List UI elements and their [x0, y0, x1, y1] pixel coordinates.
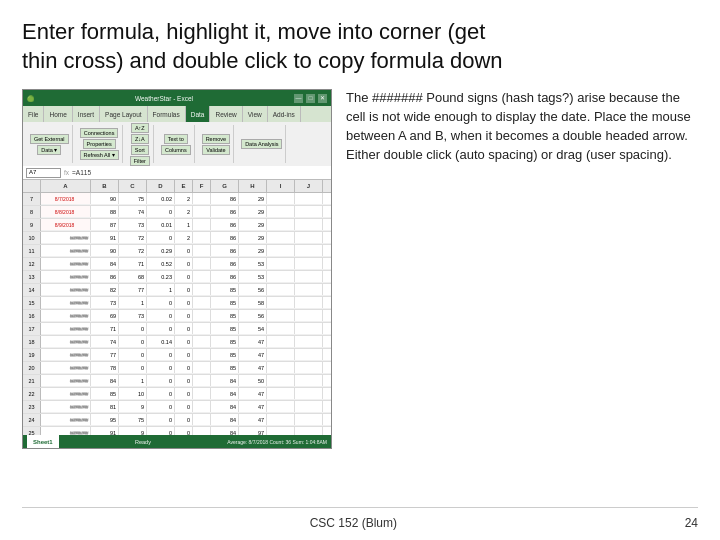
cell-c[interactable]: 10 [119, 388, 147, 399]
cell-k[interactable] [323, 310, 331, 321]
cell-f[interactable] [193, 388, 211, 399]
cell-a[interactable]: ######## [41, 284, 91, 295]
cell-j[interactable] [295, 336, 323, 347]
cell-h[interactable]: 50 [239, 375, 267, 386]
tab-formulas[interactable]: Formulas [148, 106, 186, 122]
cell-f[interactable] [193, 349, 211, 360]
cell-g[interactable]: 85 [211, 362, 239, 373]
cell-g[interactable]: 85 [211, 349, 239, 360]
cell-h[interactable]: 53 [239, 271, 267, 282]
cell-a[interactable]: ######## [41, 232, 91, 243]
cell-c[interactable]: 72 [119, 232, 147, 243]
cell-h[interactable]: 29 [239, 245, 267, 256]
cell-i[interactable] [267, 414, 295, 425]
cell-i[interactable] [267, 245, 295, 256]
cell-a[interactable]: ######## [41, 427, 91, 435]
cell-g[interactable]: 86 [211, 193, 239, 204]
cell-b[interactable]: 91 [91, 427, 119, 435]
analysis-btn[interactable]: Data Analysis [241, 139, 282, 149]
cell-c[interactable]: 74 [119, 206, 147, 217]
get-data-btn[interactable]: Data ▾ [37, 145, 61, 155]
cell-g[interactable]: 86 [211, 258, 239, 269]
cell-b[interactable]: 91 [91, 232, 119, 243]
cell-c[interactable]: 71 [119, 258, 147, 269]
cell-h[interactable]: 47 [239, 362, 267, 373]
cell-b[interactable]: 84 [91, 375, 119, 386]
cell-d[interactable]: 0 [147, 310, 175, 321]
cell-d[interactable]: 0 [147, 349, 175, 360]
sheet-tab[interactable]: Sheet1 [27, 435, 59, 448]
cell-e[interactable]: 1 [175, 219, 193, 230]
cell-k[interactable] [323, 401, 331, 412]
cell-g[interactable]: 85 [211, 336, 239, 347]
cell-i[interactable] [267, 401, 295, 412]
cell-c[interactable]: 77 [119, 284, 147, 295]
cell-a[interactable]: ######## [41, 362, 91, 373]
cell-d[interactable]: 0 [147, 375, 175, 386]
cell-i[interactable] [267, 284, 295, 295]
cell-j[interactable] [295, 375, 323, 386]
cell-k[interactable] [323, 323, 331, 334]
cell-g[interactable]: 84 [211, 401, 239, 412]
cell-d[interactable]: 0.02 [147, 193, 175, 204]
cell-i[interactable] [267, 375, 295, 386]
cell-b[interactable]: 84 [91, 258, 119, 269]
cell-e[interactable]: 2 [175, 206, 193, 217]
cell-k[interactable] [323, 336, 331, 347]
tab-insert[interactable]: Insert [73, 106, 100, 122]
filter-btn[interactable]: Filter [130, 156, 150, 166]
cell-j[interactable] [295, 323, 323, 334]
cell-e[interactable]: 0 [175, 297, 193, 308]
cell-f[interactable] [193, 258, 211, 269]
minimize-btn[interactable]: — [294, 94, 303, 103]
cell-f[interactable] [193, 297, 211, 308]
cell-c[interactable]: 0 [119, 336, 147, 347]
cell-h[interactable]: 47 [239, 401, 267, 412]
cell-f[interactable] [193, 284, 211, 295]
cell-e[interactable]: 2 [175, 193, 193, 204]
cell-c[interactable]: 0 [119, 349, 147, 360]
cell-b[interactable]: 88 [91, 206, 119, 217]
cell-f[interactable] [193, 362, 211, 373]
cell-f[interactable] [193, 336, 211, 347]
cell-k[interactable] [323, 245, 331, 256]
cell-h[interactable]: 47 [239, 336, 267, 347]
cell-c[interactable]: 73 [119, 310, 147, 321]
cell-c[interactable]: 9 [119, 427, 147, 435]
cell-d[interactable]: 0 [147, 427, 175, 435]
cell-e[interactable]: 0 [175, 401, 193, 412]
tab-home[interactable]: Home [44, 106, 72, 122]
cell-j[interactable] [295, 427, 323, 435]
cell-h[interactable]: 29 [239, 219, 267, 230]
cell-a[interactable]: ######## [41, 375, 91, 386]
remove-dup-btn[interactable]: Remove [202, 134, 230, 144]
cell-b[interactable]: 73 [91, 297, 119, 308]
cell-e[interactable]: 0 [175, 336, 193, 347]
cell-b[interactable]: 82 [91, 284, 119, 295]
cell-k[interactable] [323, 232, 331, 243]
cell-k[interactable] [323, 297, 331, 308]
cell-h[interactable]: 29 [239, 232, 267, 243]
cell-i[interactable] [267, 193, 295, 204]
cell-h[interactable]: 47 [239, 388, 267, 399]
cell-i[interactable] [267, 336, 295, 347]
cell-a[interactable]: ######## [41, 310, 91, 321]
cell-j[interactable] [295, 245, 323, 256]
validate-btn[interactable]: Validate [202, 145, 229, 155]
cell-h[interactable]: 97 [239, 427, 267, 435]
cell-d[interactable]: 0.29 [147, 245, 175, 256]
cell-f[interactable] [193, 232, 211, 243]
cell-k[interactable] [323, 206, 331, 217]
cell-f[interactable] [193, 375, 211, 386]
cell-k[interactable] [323, 219, 331, 230]
cell-j[interactable] [295, 284, 323, 295]
cell-c[interactable]: 0 [119, 323, 147, 334]
cell-g[interactable]: 85 [211, 297, 239, 308]
cell-g[interactable]: 86 [211, 245, 239, 256]
cell-d[interactable]: 0 [147, 232, 175, 243]
cell-h[interactable]: 29 [239, 193, 267, 204]
cell-k[interactable] [323, 271, 331, 282]
cell-d[interactable]: 0 [147, 388, 175, 399]
cell-d[interactable]: 0 [147, 297, 175, 308]
tab-review[interactable]: Review [210, 106, 242, 122]
